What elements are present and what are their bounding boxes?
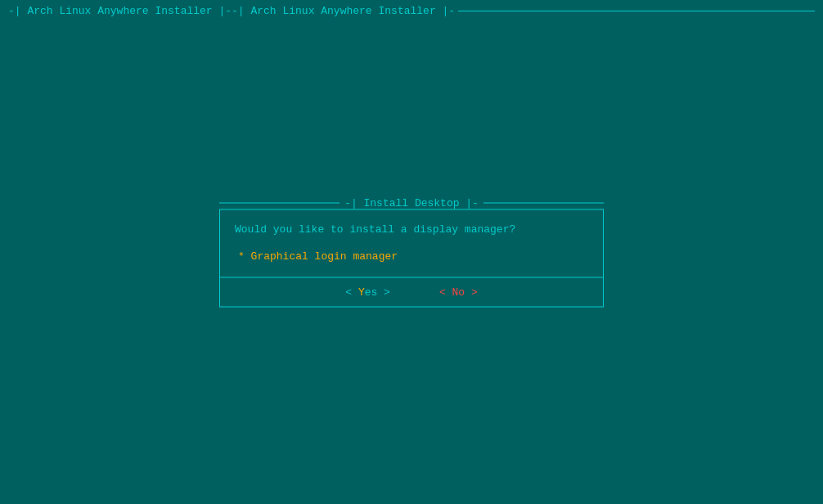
- dialog-title-line-right: [483, 203, 604, 204]
- dialog-buttons: < Yes > < No >: [235, 278, 588, 307]
- yes-key: Y: [358, 286, 365, 299]
- dialog-container: -| Install Desktop |- Would you like to …: [219, 197, 604, 308]
- dialog-title-line-left: [219, 203, 340, 204]
- title-bar-separator: [458, 11, 815, 11]
- yes-button[interactable]: < Yes >: [345, 286, 390, 299]
- yes-suffix: >: [377, 286, 390, 299]
- dialog-question: Would you like to install a display mana…: [235, 223, 588, 236]
- dialog-title: -| Install Desktop |-: [340, 197, 483, 209]
- no-button[interactable]: < No >: [439, 286, 478, 299]
- dialog-option: * Graphical login manager: [235, 250, 588, 263]
- yes-prefix: <: [345, 286, 358, 299]
- title-bar-text: -| Arch Linux Anywhere Installer |-: [232, 5, 455, 17]
- no-suffix: >: [465, 286, 478, 299]
- no-prefix: <: [439, 286, 452, 299]
- dialog-box: Would you like to install a display mana…: [219, 209, 604, 308]
- no-label: No: [452, 286, 465, 299]
- yes-label: es: [365, 286, 378, 299]
- dialog-title-row: -| Install Desktop |-: [219, 197, 604, 209]
- title-bar: -| Arch Linux Anywhere Installer |-: [0, 5, 823, 17]
- dialog-wrapper: -| Install Desktop |- Would you like to …: [219, 197, 604, 308]
